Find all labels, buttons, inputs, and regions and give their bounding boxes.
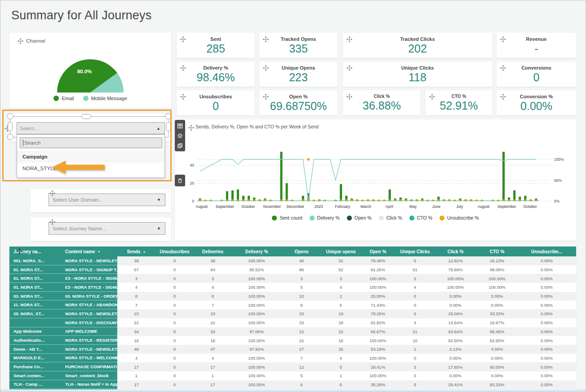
legend-item[interactable]: Click % [379, 215, 402, 220]
move-icon[interactable] [346, 94, 352, 100]
table-cell: 25.00% [360, 292, 396, 301]
channel-widget-header: Channel [18, 38, 45, 44]
column-header[interactable]: Click % [434, 247, 477, 256]
resize-handle[interactable] [81, 114, 91, 119]
resize-handle[interactable] [165, 113, 171, 119]
column-header-label: Unique opens [326, 249, 355, 254]
table-cell: 25 [322, 345, 360, 354]
column-header[interactable]: CTO % [477, 247, 517, 256]
table-row[interactable]: NORA STYLE - DISCOUNT22022100.00%331881.… [9, 318, 576, 327]
user-domain-dropdown[interactable]: Select User Domain... ▼ [49, 194, 165, 206]
table-cell: 83.33% [477, 380, 517, 389]
table-cell: 39 [117, 256, 155, 265]
move-icon[interactable] [180, 65, 186, 71]
journey-name-dropdown[interactable]: Select Journey Name... ▼ [49, 222, 165, 235]
table-cell: 86 [281, 265, 322, 274]
move-icon[interactable] [49, 190, 55, 196]
svg-text:June: June [432, 204, 441, 209]
table-row[interactable]: 03. NORA ST...03. NORA STYLE - ORDER...8… [9, 292, 576, 301]
move-icon[interactable] [263, 65, 269, 71]
sort-asc-icon[interactable]: ▲ [143, 250, 146, 253]
move-icon[interactable] [17, 248, 22, 254]
column-header-label: Content name [65, 249, 95, 254]
table-icon[interactable] [175, 121, 185, 131]
resize-handle[interactable] [7, 134, 13, 140]
table-cell: 64 [194, 265, 232, 274]
chevron-down-icon[interactable]: ▼ [157, 198, 161, 202]
horizontal-scrollbar[interactable] [0, 389, 586, 392]
table-cell: NORA STYLE - WELCOME [61, 354, 117, 363]
chevron-up-icon[interactable]: ▲ [156, 126, 160, 131]
campaign-select-dropdown[interactable]: Select... ▲ [17, 122, 165, 134]
table-row[interactable]: 11. NORA ST...NORA STYLE - ABANDON...707… [9, 300, 576, 309]
column-header[interactable]: Unique opens [322, 247, 360, 256]
chevron-down-icon[interactable]: ▼ [157, 226, 161, 231]
table-cell: 48 [117, 345, 155, 354]
table-row[interactable]: 001. NORA_S...NORA STYLE - NEWSLET...390… [9, 256, 576, 265]
svg-text:20: 20 [190, 181, 195, 185]
table-cell: 31 [322, 256, 360, 265]
table-row[interactable]: MARIGOLD E...NORA STYLE - WELCOME404100.… [9, 354, 576, 363]
resize-handle[interactable] [166, 122, 171, 131]
move-icon[interactable] [346, 65, 352, 71]
move-icon[interactable] [188, 125, 193, 130]
table-cell: NORA STYLE - REGISTER ... [61, 336, 117, 345]
table-row[interactable]: App WelcomeAPP WELCOME3403397.06%222266.… [9, 327, 576, 336]
move-icon[interactable] [180, 36, 186, 42]
table-row[interactable]: Smart conten...Smart_content_block101100… [9, 371, 576, 380]
table-cell: 4 [396, 283, 434, 292]
legend-item[interactable]: Sent count [272, 215, 302, 220]
table-row[interactable]: 01. NORA ST...E3 - NORA STYLE - SIGNU...… [9, 283, 576, 292]
legend-item[interactable]: Open % [347, 215, 372, 220]
column-header[interactable]: Delivery % [232, 247, 281, 256]
table-cell: 3 [396, 362, 434, 371]
table-row[interactable]: Purchase Co...PURCHASE CONFIRMATI...1701… [9, 362, 576, 371]
move-icon[interactable] [500, 36, 506, 42]
move-icon[interactable] [500, 65, 506, 71]
move-icon[interactable] [263, 36, 269, 42]
trash-icon[interactable] [175, 176, 185, 185]
kpi-card-unique-clicks: Unique Clicks118 [343, 62, 492, 87]
resize-handle[interactable] [8, 122, 13, 131]
column-header[interactable]: Unique Clicks [396, 247, 434, 256]
legend-item[interactable]: Delivery % [310, 215, 340, 220]
resize-handle[interactable] [7, 113, 13, 119]
kpi-label: Tracked Opens [259, 36, 337, 42]
table-row[interactable]: 20. NORA_ST...NORA STYLE - NEWSLET...230… [9, 309, 576, 318]
table-row[interactable]: 01. NORA ST...E3 - NORA STYLE - SIGNU...… [9, 274, 576, 283]
column-header[interactable]: Sends ▲ [117, 247, 155, 256]
table-cell: 100.00% [434, 283, 477, 292]
table-row[interactable]: 01. NORA ST...NORA STYLE - SIGNUP T...67… [9, 265, 576, 274]
column-header[interactable]: Opens [281, 247, 322, 256]
column-header[interactable]: Content name ▼ [61, 247, 117, 256]
move-icon[interactable] [180, 94, 186, 100]
column-header-label: Delivery % [245, 249, 268, 254]
column-header[interactable]: Open % [360, 247, 396, 256]
settings-icon[interactable] [175, 131, 185, 141]
column-header[interactable]: Unsubscribe... [517, 247, 576, 256]
table-cell: NORA STYLE - DISCOUNT [61, 318, 117, 327]
move-icon[interactable] [429, 94, 435, 100]
legend-item[interactable]: Unsubscribe % [440, 215, 479, 220]
table-cell: 20. NORA_ST... [9, 309, 61, 318]
table-cell [9, 318, 61, 327]
table-cell: 5 [396, 380, 434, 389]
table-row[interactable]: Authenticatio...NORA STYLE - REGISTER ..… [9, 336, 576, 345]
table-cell: App Welcome [9, 327, 61, 336]
kpi-label: Tracked Clicks [343, 36, 492, 42]
move-icon[interactable] [346, 36, 352, 42]
campaign-search-input[interactable] [20, 137, 162, 148]
copy-icon[interactable] [175, 141, 185, 150]
move-icon[interactable] [49, 219, 55, 225]
move-icon[interactable] [500, 94, 506, 100]
move-icon[interactable] [18, 38, 23, 44]
legend-item[interactable]: CTO % [409, 215, 432, 220]
table-row[interactable]: Demo - AB T...NORA STYLE - NEWSLET...480… [9, 345, 576, 354]
sort-desc-icon[interactable]: ▼ [98, 250, 101, 253]
column-header[interactable]: Unsubscribes [155, 247, 194, 256]
column-header[interactable]: Deliveries [194, 247, 232, 256]
move-icon[interactable] [263, 94, 269, 100]
table-row[interactable]: TLH - Camp ...TLH - Noras Notif + In App… [9, 380, 576, 389]
table-cell: 0.00% [517, 371, 576, 380]
table-cell: 5 [281, 283, 322, 292]
